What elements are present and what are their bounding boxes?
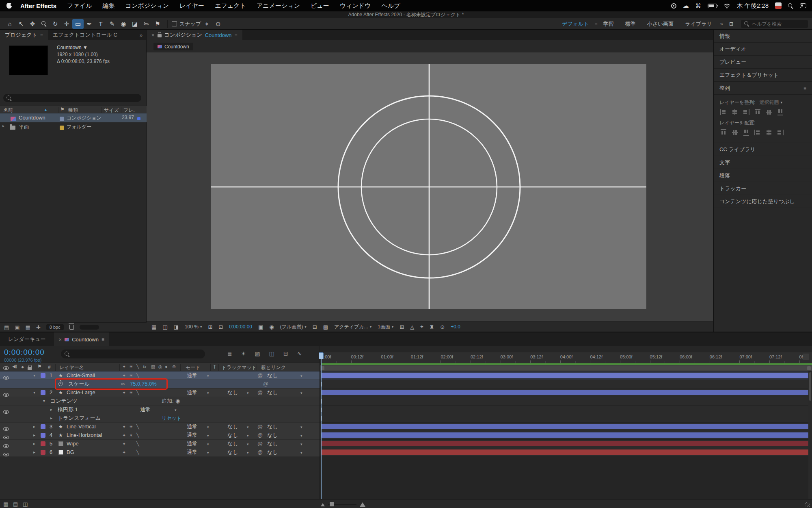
timeline-tab-name[interactable]: Countdown bbox=[72, 336, 99, 343]
fast-previews-icon[interactable]: ◬ bbox=[410, 324, 414, 330]
menu-file[interactable]: ファイル bbox=[62, 2, 97, 10]
type-tool-icon[interactable]: T bbox=[95, 19, 106, 29]
menu-help[interactable]: ヘルプ bbox=[376, 2, 405, 10]
sync-settings-icon[interactable]: ⊡ bbox=[726, 19, 737, 29]
panel-audio[interactable]: オーディオ bbox=[714, 43, 812, 56]
parent-link-column-header[interactable]: 親とリンク bbox=[261, 364, 286, 371]
audio-column-icon[interactable]: ◀) bbox=[12, 364, 17, 369]
collapse-switch[interactable]: ☀ bbox=[129, 423, 133, 431]
comp-current-time[interactable]: 0:00:00:00 bbox=[229, 324, 252, 330]
timeline-zoom-thumb[interactable] bbox=[330, 502, 334, 506]
dropdown-caret-icon[interactable]: ▾ bbox=[207, 389, 209, 397]
collapse-switch-icon[interactable]: ☀ bbox=[129, 364, 133, 369]
puppet-pin-tool-icon[interactable]: ⚑ bbox=[152, 19, 163, 29]
layer-row-line-vertical[interactable]: ▸ 3 ★ Line-Vertical ✦ ☀ ╲ 通常 ▾ なし ▾ @ なし… bbox=[0, 423, 320, 431]
new-composition-icon[interactable]: ▦ bbox=[26, 324, 30, 330]
expander-icon[interactable]: ▸ bbox=[33, 440, 35, 448]
dropdown-caret-icon[interactable]: ▾ bbox=[300, 389, 302, 397]
project-search-box[interactable] bbox=[3, 94, 141, 102]
threed-switch-icon[interactable]: ⊕ bbox=[172, 364, 176, 369]
pickwhip-icon[interactable]: @ bbox=[263, 380, 268, 388]
timeline-tab-close-icon[interactable]: × bbox=[59, 336, 62, 343]
composition-mini-flowchart-icon[interactable]: ≣ bbox=[227, 350, 232, 357]
pickwhip-icon[interactable]: @ bbox=[257, 389, 263, 397]
group-name[interactable]: トランスフォーム bbox=[58, 414, 101, 422]
spotlight-search-icon[interactable] bbox=[788, 3, 793, 9]
constrain-proportions-icon[interactable]: ∞ bbox=[121, 380, 125, 388]
project-panel-menu-icon[interactable]: ≡ bbox=[40, 32, 43, 38]
track-scale-property[interactable] bbox=[320, 380, 812, 389]
tab-timeline-countdown[interactable]: × Countdown ≡ bbox=[54, 332, 109, 346]
window-resize-grip[interactable] bbox=[805, 502, 810, 507]
distribute-top-icon[interactable] bbox=[721, 129, 726, 136]
track-wipe[interactable] bbox=[320, 440, 812, 448]
eye-icon[interactable] bbox=[3, 410, 9, 414]
trackmatte-dropdown[interactable]: なし bbox=[227, 431, 238, 439]
layer-name-column-header[interactable]: レイヤー名 bbox=[59, 364, 84, 371]
tab-render-queue[interactable]: レンダーキュー bbox=[0, 332, 54, 346]
home-tool-icon[interactable]: ⌂ bbox=[4, 19, 15, 29]
collapse-switch[interactable]: ☀ bbox=[129, 371, 133, 380]
layer-duration-bar[interactable] bbox=[321, 449, 811, 455]
control-center-icon[interactable] bbox=[800, 3, 806, 8]
reset-link[interactable]: リセット bbox=[162, 414, 181, 422]
menu-view[interactable]: ビュー bbox=[305, 2, 335, 10]
workspace-small-screen[interactable]: 小さい画面 bbox=[641, 20, 680, 28]
stopwatch-icon[interactable] bbox=[58, 382, 63, 386]
property-row-scale[interactable]: スケール ∞ 75.0,75.0% @ bbox=[0, 380, 320, 389]
solo-column-icon[interactable]: ● bbox=[21, 364, 24, 370]
snap-checkbox[interactable] bbox=[172, 21, 177, 26]
brush-tool-icon[interactable]: ✎ bbox=[106, 19, 118, 29]
parent-dropdown[interactable]: なし bbox=[267, 448, 278, 456]
blend-mode-dropdown[interactable]: 通常 bbox=[187, 440, 197, 448]
shy-switch[interactable]: ✦ bbox=[122, 423, 126, 431]
hide-shy-layers-icon[interactable]: ▨ bbox=[255, 350, 260, 357]
expander-icon[interactable]: ▾ bbox=[33, 371, 35, 380]
parent-dropdown[interactable]: なし bbox=[267, 431, 278, 439]
menu-composition[interactable]: コンポジション bbox=[120, 2, 174, 10]
layer-row-line-horizontal[interactable]: ▸ 4 ★ Line-Horizontal ✦ ☀ ╲ 通常 ▾ なし ▾ @ … bbox=[0, 431, 320, 440]
label-column-icon[interactable]: ⚑ bbox=[60, 106, 65, 112]
workspace-learn[interactable]: 学習 bbox=[598, 20, 620, 28]
shy-switch[interactable]: ✦ bbox=[122, 431, 126, 439]
blend-mode-dropdown[interactable]: 通常 bbox=[187, 423, 197, 431]
distribute-right-icon[interactable] bbox=[777, 130, 784, 135]
track-bg[interactable] bbox=[320, 448, 812, 457]
eye-icon[interactable] bbox=[3, 427, 9, 431]
parent-dropdown[interactable]: なし bbox=[267, 389, 278, 397]
tab-project[interactable]: プロジェクト≡ bbox=[0, 30, 48, 40]
lock-column-icon[interactable] bbox=[28, 367, 32, 370]
track-ellipse[interactable] bbox=[320, 406, 812, 414]
delete-item-icon[interactable] bbox=[69, 325, 74, 330]
tab-effect-controls[interactable]: エフェクトコントロール C bbox=[48, 30, 122, 40]
panel-paragraph[interactable]: 段落 bbox=[714, 169, 812, 182]
shape-group-row-ellipse[interactable]: ▸ 楕円形 1 通常 ▾ bbox=[0, 406, 320, 414]
workspace-overflow-icon[interactable]: » bbox=[718, 21, 726, 27]
playhead-line[interactable] bbox=[321, 359, 322, 499]
expander-icon[interactable]: ▸ bbox=[50, 406, 52, 414]
dropdown-caret-icon[interactable]: ▾ bbox=[207, 432, 209, 440]
track-circle-small[interactable] bbox=[320, 371, 812, 380]
graph-editor-icon[interactable]: ∿ bbox=[297, 350, 302, 357]
eye-icon[interactable] bbox=[3, 393, 9, 397]
input-source-icon[interactable] bbox=[775, 2, 782, 9]
project-item-name[interactable]: Countdown ▼ bbox=[57, 44, 110, 51]
comp-tab-close-icon[interactable]: × bbox=[151, 32, 155, 38]
blend-mode-dropdown[interactable]: 通常 bbox=[187, 448, 197, 456]
group-row-contents[interactable]: ▾ コンテンツ 追加: ◉ bbox=[0, 397, 320, 406]
pickwhip-icon[interactable]: @ bbox=[257, 423, 263, 431]
quality-switch[interactable]: ╲ bbox=[136, 440, 139, 448]
property-name[interactable]: スケール bbox=[68, 380, 90, 388]
dropdown-caret-icon[interactable]: ▾ bbox=[300, 440, 302, 448]
roto-brush-tool-icon[interactable]: ✄ bbox=[140, 19, 152, 29]
layer-name[interactable]: Circle-Large bbox=[67, 389, 95, 397]
align-panel-menu-icon[interactable]: ≡ bbox=[803, 82, 806, 95]
comp-tab-name[interactable]: Countdown bbox=[205, 32, 232, 38]
help-search-input[interactable] bbox=[752, 21, 805, 27]
reset-exposure-icon[interactable]: ⊙ bbox=[440, 324, 445, 330]
project-row-solids[interactable]: ▸ 平面 フォルダー bbox=[0, 122, 147, 131]
shy-switch[interactable]: ✦ bbox=[122, 440, 126, 448]
collapse-switch[interactable]: ☀ bbox=[129, 431, 133, 439]
magnification-dropdown[interactable]: 100 %▾ bbox=[185, 324, 202, 330]
show-snapshot-icon[interactable]: ◉ bbox=[269, 324, 274, 330]
